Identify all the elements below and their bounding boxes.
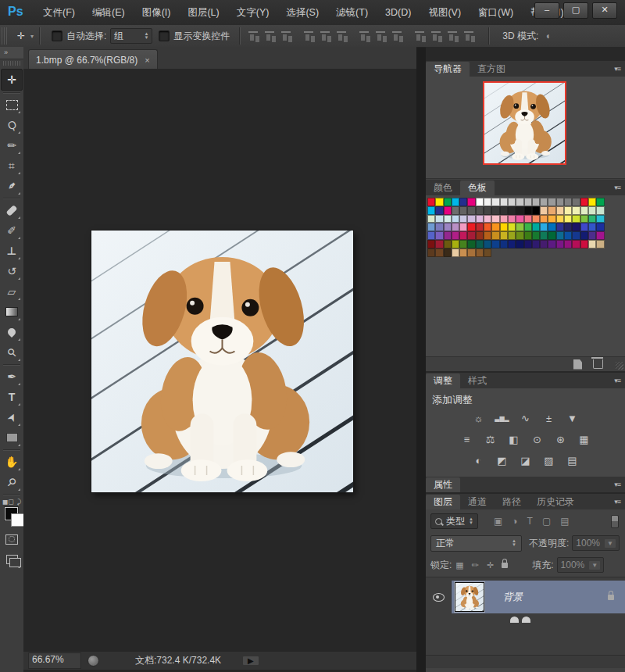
tab-swatches[interactable]: 色板 [460, 181, 495, 195]
swatch[interactable] [484, 231, 491, 240]
swatch[interactable] [596, 223, 604, 231]
quick-mask-mode-button[interactable] [2, 529, 22, 549]
swatch[interactable] [444, 206, 452, 215]
swatch[interactable] [484, 223, 491, 231]
swatch[interactable] [484, 215, 491, 223]
swatch[interactable] [508, 240, 516, 248]
dodge-tool[interactable]: ⚲ [2, 342, 22, 363]
swatch[interactable] [532, 231, 540, 240]
panel-menu-icon[interactable]: ▾≡ [614, 181, 620, 195]
menu-item-0[interactable]: 文件(F) [34, 0, 84, 25]
swatch[interactable] [476, 248, 484, 257]
move-tool[interactable]: ✛ [1, 69, 23, 91]
blend-mode-dropdown[interactable]: 正常 ▲▼ [430, 535, 522, 552]
swatch[interactable] [459, 215, 467, 223]
tab-channels[interactable]: 通道 [460, 495, 495, 509]
swatch[interactable] [564, 223, 572, 231]
gradient-map-icon[interactable]: ▨ [541, 454, 557, 467]
swatch[interactable] [524, 240, 532, 248]
swatch[interactable] [459, 198, 467, 206]
color-lookup-icon[interactable]: ▦ [576, 433, 592, 446]
menu-item-9[interactable]: 窗口(W) [470, 0, 522, 25]
tool-preset-caret-icon[interactable]: ▾ [30, 33, 34, 40]
swatch[interactable] [596, 215, 604, 223]
swatch[interactable] [452, 223, 459, 231]
layer-filter-toggle[interactable] [611, 515, 619, 528]
swatch[interactable] [476, 231, 484, 240]
swatch[interactable] [556, 231, 564, 240]
swatch[interactable] [540, 215, 548, 223]
canvas-area[interactable]: 66.67% 文档:732.4 K/732.4K ▶ [23, 69, 416, 672]
tab-history[interactable]: 历史记录 [529, 495, 582, 509]
swatch[interactable] [435, 215, 443, 223]
panel-menu-icon[interactable]: ▾≡ [614, 495, 620, 509]
crop-tool[interactable]: ⌗ [2, 155, 22, 176]
menu-item-4[interactable]: 文字(Y) [228, 0, 278, 25]
swatch[interactable] [548, 240, 555, 248]
default-colors-icon[interactable]: ◼◻ [2, 498, 14, 506]
swatch[interactable] [467, 248, 475, 257]
swatch[interactable] [435, 206, 443, 215]
swatch[interactable] [500, 240, 508, 248]
swatch[interactable] [444, 198, 452, 206]
swatch[interactable] [491, 206, 499, 215]
swatch[interactable] [532, 240, 540, 248]
swatch[interactable] [491, 231, 499, 240]
levels-icon[interactable]: ▃▆▂ [494, 412, 510, 425]
layer-row-background[interactable]: 背景 [426, 581, 625, 613]
swatch[interactable] [452, 231, 459, 240]
panel-menu-icon[interactable]: ▾≡ [614, 374, 620, 388]
swatch[interactable] [427, 198, 435, 206]
zoom-tool[interactable]: ⚲ [2, 472, 22, 492]
tab-layers[interactable]: 图层 [426, 495, 460, 509]
active-tool-icon[interactable]: ✛ [13, 28, 29, 44]
tab-color[interactable]: 颜色 [426, 181, 460, 195]
menu-item-8[interactable]: 视图(V) [420, 0, 470, 25]
swatch[interactable] [467, 231, 475, 240]
swatch[interactable] [556, 215, 564, 223]
lock-position-icon[interactable]: ✛ [487, 560, 494, 570]
swatch[interactable] [459, 240, 467, 248]
swatch[interactable] [580, 223, 588, 231]
swatch[interactable] [516, 215, 523, 223]
shape-layer-filter-icon[interactable]: ▢ [542, 516, 551, 527]
swatch[interactable] [516, 240, 523, 248]
swatch[interactable] [580, 198, 588, 206]
close-button[interactable]: ✕ [592, 2, 617, 19]
swatch[interactable] [427, 248, 435, 257]
swatch[interactable] [459, 206, 467, 215]
swatch[interactable] [564, 240, 572, 248]
swatch[interactable] [564, 231, 572, 240]
eraser-tool[interactable]: ▱ [2, 281, 22, 302]
swatch[interactable] [532, 223, 540, 231]
swatch[interactable] [459, 248, 467, 257]
swatch[interactable] [548, 231, 555, 240]
swatch[interactable] [540, 231, 548, 240]
swatch[interactable] [596, 198, 604, 206]
swatch[interactable] [588, 240, 596, 248]
layer-visibility-cell[interactable] [426, 581, 452, 613]
swatch[interactable] [516, 198, 523, 206]
swatch[interactable] [580, 215, 588, 223]
clone-stamp-tool[interactable]: ⊥ [2, 241, 22, 261]
threshold-icon[interactable]: ◪ [517, 454, 534, 467]
panel-menu-icon[interactable]: ▾≡ [614, 477, 620, 492]
swatch[interactable] [572, 198, 580, 206]
swatch[interactable] [500, 198, 508, 206]
panel-menu-icon[interactable]: ▾≡ [614, 62, 620, 77]
swatch[interactable] [508, 206, 516, 215]
vibrance-icon[interactable]: ▼ [564, 412, 580, 425]
document-tab[interactable]: 1.bmp @ 66.7%(RGB/8) × [28, 49, 158, 70]
menu-item-1[interactable]: 编辑(E) [84, 0, 134, 25]
tab-paths[interactable]: 路径 [495, 495, 529, 509]
swatch[interactable] [484, 240, 491, 248]
lasso-tool[interactable]: Ϙ [2, 115, 22, 135]
swatch[interactable] [508, 215, 516, 223]
swatch[interactable] [444, 223, 452, 231]
swatch[interactable] [435, 223, 443, 231]
options-grip[interactable] [2, 27, 7, 45]
swatch[interactable] [516, 206, 523, 215]
auto-select-checkbox[interactable] [52, 30, 62, 41]
tab-adjustments[interactable]: 调整 [426, 374, 460, 388]
swatch[interactable] [491, 223, 499, 231]
